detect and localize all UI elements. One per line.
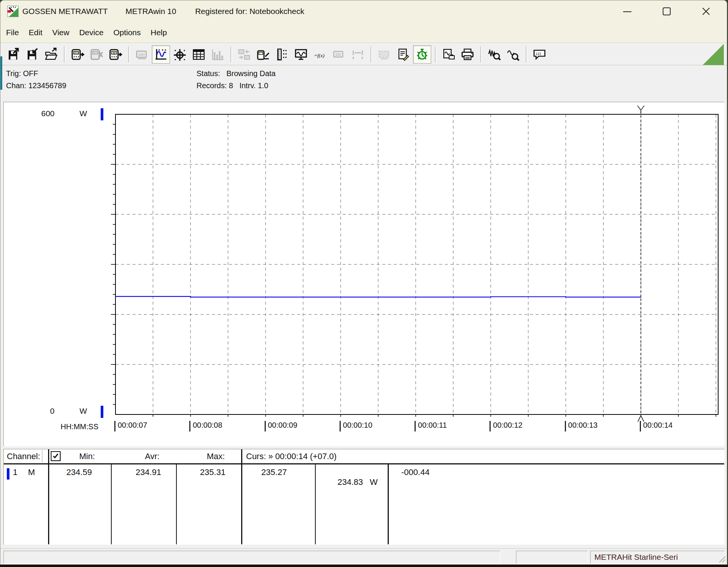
table-grid-line: [111, 464, 112, 544]
interval-timer-button[interactable]: [413, 45, 431, 64]
device-memory-read-button[interactable]: M: [106, 45, 125, 64]
values-table-panel: Channel: Min: Avr: Max: Curs: » 00:00:14…: [3, 449, 725, 545]
data-table-icon: [192, 48, 206, 61]
toolbar-grow-triangle-icon: [703, 44, 724, 67]
resize-grip[interactable]: [716, 553, 726, 565]
limit-lines-icon: [351, 48, 365, 61]
table-grid-line: [241, 449, 242, 544]
numeric-display-button: 321: [330, 45, 348, 64]
save-export-button[interactable]: [4, 45, 22, 64]
cell-cursor-b: 234.83W: [314, 467, 382, 497]
table-view-button[interactable]: [190, 45, 208, 64]
display-blank-icon: [377, 48, 391, 61]
speech-bubble-icon: 123: [533, 48, 546, 61]
edge-accent: [0, 56, 2, 90]
timer-bug-icon: [415, 48, 429, 61]
annotations-button[interactable]: 123: [530, 45, 549, 64]
x-tick-label: 00:00:09: [265, 421, 298, 431]
menu-options[interactable]: Options: [113, 28, 140, 37]
table-grid-line: [176, 464, 177, 544]
y-axis-unit-bottom: W: [80, 407, 87, 416]
statusbar-panel-message: [3, 551, 500, 564]
connected-device-name: METRAHit Starline-Seri: [594, 553, 678, 561]
cursor-b-value: 234.83: [337, 477, 363, 487]
toolbar-separator: [128, 47, 130, 62]
y-axis-min-label: 0: [26, 407, 55, 416]
maximize-icon[interactable]: [658, 3, 675, 20]
menu-device[interactable]: Device: [79, 28, 103, 37]
toolbar: 321321M1257=f(x)321123: [0, 43, 727, 65]
x-tick-label: 00:00:13: [565, 421, 598, 431]
x-tick-label: 00:00:11: [415, 421, 447, 431]
column-header-cursor: Curs: » 00:00:14 (+07.0): [246, 452, 337, 461]
scope-xy-view-button[interactable]: [171, 45, 189, 64]
records-status: Records: 8 Intrv. 1.0: [196, 81, 268, 90]
print-button[interactable]: [458, 45, 477, 64]
scope-crosshair-icon: [173, 48, 187, 61]
statusbar-panel-device: METRAHit Starline-Seri: [590, 551, 725, 564]
toolbar-separator: [231, 47, 232, 62]
device-read-button[interactable]: 321: [69, 45, 87, 64]
title-bar: GOSSEN METRAWATT METRAwin 10 Registered …: [0, 0, 727, 22]
zoom-time-button[interactable]: [485, 45, 503, 64]
toolbar-separator: [64, 47, 65, 62]
trigger-status: Trig: OFF: [6, 69, 38, 78]
report-edit-button[interactable]: [394, 45, 412, 64]
zoom-signal-icon: [506, 48, 520, 61]
display-1257-icon: 1257: [135, 48, 149, 61]
y-axis-max-label: 600: [26, 109, 55, 118]
report-edit-icon: [396, 48, 410, 61]
x-tick-label: 00:00:07: [114, 421, 147, 431]
limit-lines-button: [349, 45, 367, 64]
menu-file[interactable]: File: [6, 28, 19, 37]
menu-view[interactable]: View: [52, 28, 69, 37]
close-icon[interactable]: [697, 3, 715, 20]
toolbar-separator: [480, 47, 482, 62]
window-controls: [619, 0, 727, 22]
chart-yt-icon: [154, 48, 168, 61]
online-monitor-button[interactable]: [292, 45, 310, 64]
chart-panel: 600 W 0 W HH:MM:SS 00:00:0700:00:0800:00…: [3, 102, 725, 446]
minimize-icon[interactable]: [619, 3, 636, 20]
floppy-export-icon: [6, 48, 20, 61]
channel-visible-checkbox[interactable]: [51, 451, 61, 461]
chart-yt-view-button[interactable]: [152, 45, 170, 64]
svg-text:321: 321: [93, 51, 97, 55]
zoom-signal-button[interactable]: [504, 45, 522, 64]
scale-ruler-icon: [275, 48, 289, 61]
x-tick-label: 00:00:08: [189, 421, 222, 431]
svg-text:M: M: [113, 51, 116, 55]
menu-help[interactable]: Help: [151, 28, 167, 37]
chart-plot-area[interactable]: [108, 104, 718, 432]
column-header-max: Max:: [193, 452, 239, 461]
menu-edit[interactable]: Edit: [29, 28, 42, 37]
print-preview-button[interactable]: [440, 45, 458, 64]
zoom-time-icon: [487, 48, 501, 61]
save-import-button[interactable]: [23, 45, 41, 64]
cursor-top-marker: [638, 106, 644, 114]
formula-button[interactable]: =f(x): [311, 45, 329, 64]
open-file-button[interactable]: [42, 45, 60, 64]
header-divider: [42, 450, 44, 463]
screen-bottom-edge: [0, 565, 728, 567]
folder-open-icon: [44, 48, 58, 61]
channel-color-marker-bottom: [101, 406, 103, 418]
cursor-b-unit: W: [370, 477, 378, 487]
printer-icon: [461, 48, 474, 61]
x-axis-format-label: HH:MM:SS: [61, 422, 98, 431]
device-tools-icon: [256, 48, 270, 61]
column-header-min: Min:: [64, 452, 110, 461]
cell-channel-number: 1: [13, 467, 17, 477]
device-setup-button[interactable]: [254, 45, 272, 64]
table-grid-line: [48, 449, 49, 544]
meter-disconnect-icon: 321: [90, 48, 103, 61]
cell-cursor-delta: -000.44: [401, 467, 430, 477]
device-disconnect-button: 321: [87, 45, 106, 64]
histogram-icon: [211, 48, 224, 61]
cell-cursor-a: 235.27: [251, 467, 297, 477]
digital-display-view-button: 1257: [133, 45, 151, 64]
scale-setup-button[interactable]: [273, 45, 291, 64]
channel-color-marker-top: [101, 108, 103, 120]
table-header-rule: [4, 463, 724, 464]
browse-status: Status: Browsing Data: [196, 69, 276, 78]
